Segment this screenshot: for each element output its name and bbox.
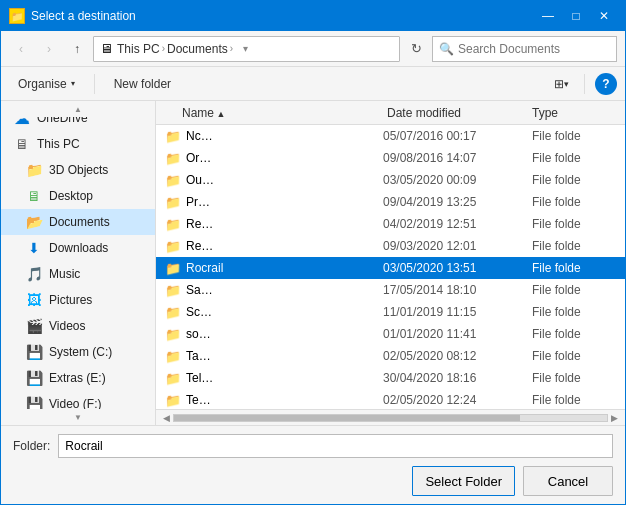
address-dropdown-icon[interactable]: ▾ [237,41,253,57]
select-folder-button[interactable]: Select Folder [412,466,515,496]
hscroll-right-icon[interactable]: ▶ [608,413,621,423]
file-name: Sc… [186,305,379,319]
title-controls: — □ ✕ [535,6,617,26]
refresh-button[interactable]: ↻ [404,37,428,61]
file-name: Tel… [186,371,379,385]
drive-e-icon: 💾 [25,369,43,387]
view-button[interactable]: ⊞ ▾ [549,73,574,95]
breadcrumb-this-pc[interactable]: This PC [117,42,160,56]
hscroll-left-icon[interactable]: ◀ [160,413,173,423]
table-row[interactable]: 📁Re…09/03/2020 12:01File folde [156,235,625,257]
file-date: 17/05/2014 18:10 [383,283,528,297]
folder-icon: 📁 [164,171,182,189]
table-row[interactable]: 📁Sa…17/05/2014 18:10File folde [156,279,625,301]
new-folder-button[interactable]: New folder [105,73,180,95]
folder-icon: 📁 [164,149,182,167]
cancel-button[interactable]: Cancel [523,466,613,496]
action-bar: Organise ▾ New folder ⊞ ▾ ? [1,67,625,101]
folder-icon: 📁 [164,127,182,145]
table-row[interactable]: 📁Tel…30/04/2020 18:16File folde [156,367,625,389]
sidebar-label-pictures: Pictures [49,293,92,307]
table-row[interactable]: 📁Ou…03/05/2020 00:09File folde [156,169,625,191]
file-date: 02/05/2020 12:24 [383,393,528,407]
sidebar-item-documents[interactable]: 📂 Documents [1,209,155,235]
table-row[interactable]: 📁Nc…05/07/2016 00:17File folde [156,125,625,147]
file-name: Pr… [186,195,379,209]
back-button[interactable]: ‹ [9,37,33,61]
sidebar-item-downloads[interactable]: ⬇ Downloads [1,235,155,261]
table-row[interactable]: 📁Te…02/05/2020 12:24File folde [156,389,625,409]
breadcrumb-documents[interactable]: Documents [167,42,228,56]
sidebar-item-this-pc[interactable]: 🖥 This PC [1,131,155,157]
navigation-toolbar: ‹ › ↑ 🖥 This PC › Documents › ▾ ↻ 🔍 [1,31,625,67]
separator [94,74,95,94]
sidebar-item-system-c[interactable]: 💾 System (C:) [1,339,155,365]
table-row[interactable]: 📁Ta…02/05/2020 08:12File folde [156,345,625,367]
file-date: 04/02/2019 12:51 [383,217,528,231]
table-row[interactable]: 📁Pr…09/04/2019 13:25File folde [156,191,625,213]
sidebar-scroll-up[interactable]: ▲ [1,101,155,117]
minimize-button[interactable]: — [535,6,561,26]
maximize-button[interactable]: □ [563,6,589,26]
sidebar-scroll-down[interactable]: ▼ [1,409,155,425]
search-input[interactable] [458,42,610,56]
hscroll-thumb[interactable] [174,415,520,421]
folder-input[interactable] [58,434,613,458]
downloads-icon: ⬇ [25,239,43,257]
table-row[interactable]: 📁Rocrail03/05/2020 13:51File folde [156,257,625,279]
file-type: File folde [532,195,617,209]
file-name: so… [186,327,379,341]
sidebar-label-3d: 3D Objects [49,163,108,177]
file-name: Nc… [186,129,379,143]
sidebar-label-videos: Videos [49,319,85,333]
window-icon: 📁 [9,8,25,24]
organise-button[interactable]: Organise ▾ [9,73,84,95]
column-type[interactable]: Type [532,106,617,120]
search-box[interactable]: 🔍 [432,36,617,62]
file-type: File folde [532,371,617,385]
file-name: Ta… [186,349,379,363]
file-type: File folde [532,393,617,407]
up-button[interactable]: ↑ [65,37,89,61]
folder-icon: 📁 [164,193,182,211]
file-list-header: Name Date modified Type [156,101,625,125]
videos-icon: 🎬 [25,317,43,335]
close-button[interactable]: ✕ [591,6,617,26]
sidebar-label-system-c: System (C:) [49,345,112,359]
drive-c-icon: 💾 [25,343,43,361]
sidebar-item-music[interactable]: 🎵 Music [1,261,155,287]
column-name[interactable]: Name [182,106,387,120]
sidebar-label-desktop: Desktop [49,189,93,203]
file-type: File folde [532,129,617,143]
sidebar-item-desktop[interactable]: 🖥 Desktop [1,183,155,209]
new-folder-label: New folder [114,77,171,91]
hscroll-track[interactable] [173,414,608,422]
organise-label: Organise [18,77,67,91]
forward-button[interactable]: › [37,37,61,61]
table-row[interactable]: 📁Or…09/08/2016 14:07File folde [156,147,625,169]
file-list-container: Name Date modified Type 📁Nc…05/07/2016 0… [156,101,625,425]
sidebar-label-documents: Documents [49,215,110,229]
sidebar-item-videos[interactable]: 🎬 Videos [1,313,155,339]
table-row[interactable]: 📁so…01/01/2020 11:41File folde [156,323,625,345]
file-name: Re… [186,239,379,253]
horizontal-scrollbar[interactable]: ◀ ▶ [156,409,625,425]
sidebar-item-pictures[interactable]: 🖼 Pictures [1,287,155,313]
file-type: File folde [532,239,617,253]
folder-label: Folder: [13,439,50,453]
column-date[interactable]: Date modified [387,106,532,120]
sidebar-item-3d-objects[interactable]: 📁 3D Objects [1,157,155,183]
folder-row: Folder: [13,434,613,458]
address-bar[interactable]: 🖥 This PC › Documents › ▾ [93,36,400,62]
sidebar-label-extras-e: Extras (E:) [49,371,106,385]
file-date: 03/05/2020 13:51 [383,261,528,275]
folder-icon: 📁 [164,369,182,387]
music-icon: 🎵 [25,265,43,283]
sidebar-item-extras-e[interactable]: 💾 Extras (E:) [1,365,155,391]
table-row[interactable]: 📁Sc…11/01/2019 11:15File folde [156,301,625,323]
file-type: File folde [532,217,617,231]
view-chevron-icon: ▾ [564,79,569,89]
table-row[interactable]: 📁Re…04/02/2019 12:51File folde [156,213,625,235]
help-button[interactable]: ? [595,73,617,95]
window-title: Select a destination [31,9,535,23]
